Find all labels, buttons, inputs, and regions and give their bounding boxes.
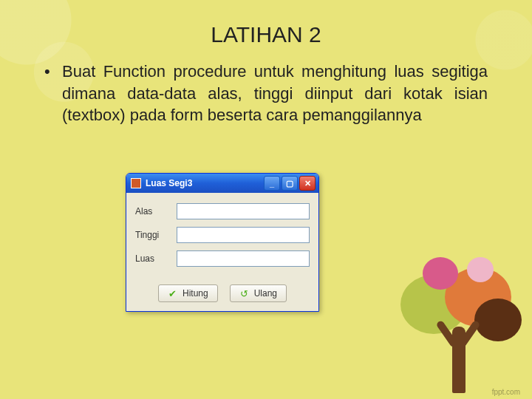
titlebar[interactable]: Luas Segi3 _ ▢ ✕ (126, 174, 318, 193)
hitung-button[interactable]: ✔ Hitung (158, 284, 218, 302)
leaf-cloud (474, 299, 522, 341)
leaf-cloud (467, 257, 494, 282)
maximize-button[interactable]: ▢ (282, 176, 298, 191)
footer-credit: fppt.com (492, 388, 520, 396)
alas-input[interactable] (177, 203, 310, 219)
alas-label: Alas (135, 206, 177, 216)
check-icon: ✔ (168, 288, 178, 299)
window-title: Luas Segi3 (146, 178, 264, 188)
tinggi-input[interactable] (177, 227, 310, 243)
app-icon (131, 178, 141, 188)
instruction-bullet: Buat Function procedure untuk menghitung… (44, 61, 488, 126)
button-row: ✔ Hitung ↺ Ulang (135, 284, 310, 302)
hitung-label: Hitung (183, 288, 208, 299)
slide-title: LATIHAN 2 (44, 22, 488, 47)
tree-illustration (400, 253, 519, 393)
window-controls: _ ▢ ✕ (264, 176, 316, 191)
luas-label: Luas (135, 253, 177, 264)
field-row-alas: Alas (135, 203, 310, 219)
luas-input[interactable] (177, 250, 310, 267)
ulang-button[interactable]: ↺ Ulang (230, 284, 287, 302)
close-button[interactable]: ✕ (299, 176, 316, 191)
field-row-tinggi: Tinggi (135, 227, 310, 243)
ulang-label: Ulang (254, 288, 277, 299)
redo-icon: ↺ (239, 288, 250, 299)
minimize-button[interactable]: _ (264, 176, 280, 191)
field-row-luas: Luas (135, 250, 310, 267)
slide: LATIHAN 2 Buat Function procedure untuk … (0, 0, 532, 399)
window-body: Alas Tinggi Luas ✔ Hitung ↺ Ulang (126, 193, 318, 311)
app-window: Luas Segi3 _ ▢ ✕ Alas Tinggi Luas (126, 173, 319, 312)
leaf-cloud (423, 257, 458, 290)
tinggi-label: Tinggi (135, 230, 177, 240)
trunk (452, 327, 466, 393)
